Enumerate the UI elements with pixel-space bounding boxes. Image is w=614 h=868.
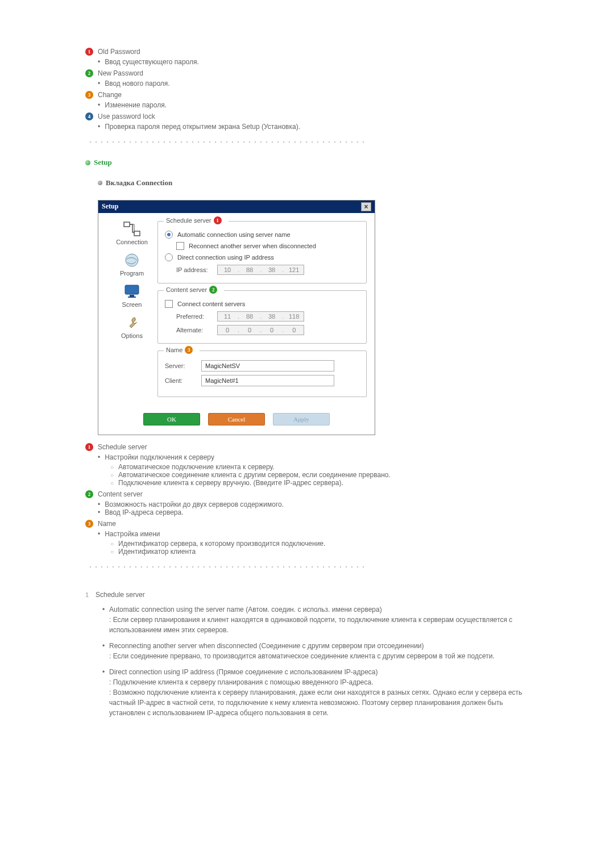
sub-bullet: Идентификатор сервера, к которому произв… bbox=[110, 540, 529, 548]
numlist-label: Use password lock bbox=[98, 112, 155, 120]
bullet-item: Ввод IP-адреса сервера. bbox=[98, 508, 529, 516]
dialog-titlebar: Setup × bbox=[98, 201, 375, 213]
connection-icon bbox=[123, 221, 141, 237]
numlist-item: 1Schedule serverНастройки подключения к … bbox=[85, 443, 529, 487]
ordered-title: Schedule server bbox=[96, 591, 145, 599]
number-badge: 1 bbox=[85, 48, 93, 56]
svg-rect-3 bbox=[125, 285, 139, 294]
bullet-icon bbox=[85, 160, 90, 165]
fieldset-content-server: Content server2 Connect content servers … bbox=[157, 290, 367, 344]
dialog-button-row: OK Cancel Apply bbox=[98, 407, 375, 435]
apply-button[interactable]: Apply bbox=[273, 413, 330, 425]
numlist-item: 1Old PasswordВвод существующего пароля. bbox=[85, 48, 529, 66]
numlist-item: 3ChangeИзменение пароля. bbox=[85, 91, 529, 109]
detail-item: Automatic connection using the server na… bbox=[102, 604, 529, 635]
numlist-label: Old Password bbox=[98, 48, 140, 56]
monitor-icon bbox=[123, 283, 141, 299]
fieldset-name: Name3 Server:MagicNetSV Client:MagicNet#… bbox=[157, 350, 367, 397]
ordered-number: 1 bbox=[85, 591, 96, 599]
close-icon[interactable]: × bbox=[361, 202, 371, 211]
number-badge: 3 bbox=[85, 520, 93, 528]
number-badge: 3 bbox=[85, 91, 93, 99]
sub-bullet: Автоматическое подключение клиента к сер… bbox=[110, 463, 529, 471]
dialog-title: Setup bbox=[102, 202, 361, 211]
divider-dots bbox=[88, 141, 367, 144]
tab-screen[interactable]: Screen bbox=[106, 283, 157, 308]
client-name-input[interactable]: MagicNet#1 bbox=[201, 375, 334, 386]
checkbox-icon bbox=[176, 242, 184, 250]
numlist-item: 2New PasswordВвод нового пароля. bbox=[85, 69, 529, 87]
radio-icon bbox=[165, 231, 173, 239]
legend-badge-1: 1 bbox=[214, 216, 222, 224]
section-heading-setup: Setup bbox=[85, 158, 529, 167]
number-badge: 2 bbox=[85, 490, 93, 498]
numlist-label: Schedule server bbox=[98, 443, 147, 451]
numlist-label: Content server bbox=[98, 490, 143, 498]
checkbox-connect-content[interactable]: Connect content servers bbox=[165, 300, 359, 308]
divider-dots bbox=[88, 566, 367, 569]
svg-point-2 bbox=[126, 254, 138, 266]
tab-options[interactable]: Options bbox=[106, 315, 157, 339]
svg-rect-1 bbox=[134, 231, 140, 236]
number-badge: 1 bbox=[85, 443, 93, 451]
sub-bullet: Подключение клиента к серверу вручную. (… bbox=[110, 479, 529, 487]
ip-address-input[interactable]: 10.88.38.121 bbox=[217, 265, 304, 275]
setup-numlist: 1Schedule serverНастройки подключения к … bbox=[85, 443, 529, 556]
bullet-item: Настройка имениИдентификатор сервера, к … bbox=[98, 530, 529, 556]
detail-item: Direct connection using IP address (Прям… bbox=[102, 667, 529, 718]
alternate-ip-input[interactable]: 0.0.0.0 bbox=[217, 325, 304, 335]
setup-dialog: Setup × Connection Program Screen bbox=[98, 200, 375, 435]
cancel-button[interactable]: Cancel bbox=[208, 413, 265, 425]
radio-auto-connection[interactable]: Automatic connection using server name bbox=[165, 231, 359, 239]
globe-icon bbox=[123, 252, 141, 268]
bullet-item: Настройки подключения к серверуАвтоматич… bbox=[98, 453, 529, 487]
bullet-item: Ввод существующего пароля. bbox=[98, 58, 529, 66]
svg-rect-0 bbox=[124, 222, 130, 227]
numlist-label: New Password bbox=[98, 69, 143, 77]
numlist-label: Change bbox=[98, 91, 122, 99]
numlist-item: 3NameНастройка имениИдентификатор сервер… bbox=[85, 520, 529, 556]
bullet-item: Изменение пароля. bbox=[98, 101, 529, 109]
svg-rect-5 bbox=[128, 297, 136, 298]
dialog-side-tabs: Connection Program Screen Options bbox=[106, 221, 157, 404]
legend-badge-3: 3 bbox=[185, 346, 193, 354]
number-badge: 4 bbox=[85, 112, 93, 120]
tab-connection[interactable]: Connection bbox=[106, 221, 157, 245]
section-subheading-connection: Вкладка Connection bbox=[98, 178, 529, 187]
radio-icon bbox=[165, 253, 173, 261]
bullet-item: Проверка пароля перед открытием экрана S… bbox=[98, 123, 529, 131]
numlist-label: Name bbox=[98, 520, 116, 528]
checkbox-icon bbox=[165, 300, 173, 308]
server-name-input[interactable]: MagicNetSV bbox=[201, 360, 334, 372]
checkbox-reconnect[interactable]: Reconnect another server when disconnect… bbox=[176, 242, 359, 250]
bullet-item: Ввод нового пароля. bbox=[98, 80, 529, 87]
legend-badge-2: 2 bbox=[209, 286, 217, 294]
numlist-item: 2Content serverВозможность настройки до … bbox=[85, 490, 529, 516]
ordered-details: 1 Schedule server Automatic connection u… bbox=[85, 591, 529, 718]
fieldset-schedule-server: Schedule server1 Automatic connection us… bbox=[157, 221, 367, 283]
page-root: 1Old PasswordВвод существующего пароля.2… bbox=[0, 0, 614, 758]
number-badge: 2 bbox=[85, 69, 93, 77]
tab-program[interactable]: Program bbox=[106, 252, 157, 277]
password-numlist: 1Old PasswordВвод существующего пароля.2… bbox=[85, 48, 529, 131]
sub-bullet: Автоматическое соединение клиента с друг… bbox=[110, 471, 529, 479]
wrench-icon bbox=[123, 315, 141, 331]
detail-item: Reconnecting another server when disconn… bbox=[102, 641, 529, 661]
ok-button[interactable]: OK bbox=[143, 413, 200, 425]
sub-bullet: Идентификатор клиента bbox=[110, 548, 529, 556]
numlist-item: 4Use password lockПроверка пароля перед … bbox=[85, 112, 529, 131]
bullet-item: Возможность настройки до двух серверов с… bbox=[98, 500, 529, 508]
ip-address-row: IP address: 10.88.38.121 bbox=[176, 265, 359, 275]
preferred-ip-input[interactable]: 11.88.38.118 bbox=[217, 311, 304, 322]
bullet-icon bbox=[98, 181, 102, 185]
svg-rect-4 bbox=[130, 295, 134, 297]
radio-direct-ip[interactable]: Direct connection using IP address bbox=[165, 253, 359, 261]
